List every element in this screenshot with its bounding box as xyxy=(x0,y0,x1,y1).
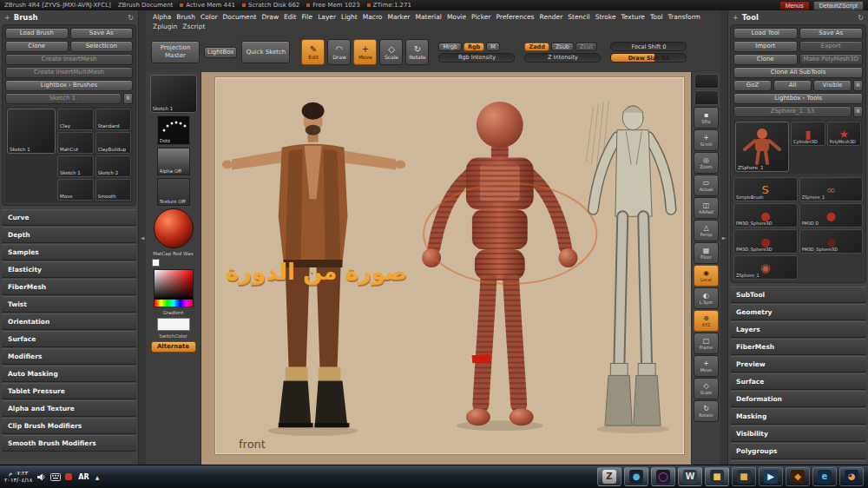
draw-size-slider[interactable]: Draw Size 64 xyxy=(610,53,687,63)
brush-section-header[interactable]: Surface xyxy=(2,331,136,347)
brush-section-header[interactable]: Depth xyxy=(2,227,136,243)
default-zscript-button[interactable]: DefaultZScript xyxy=(813,1,864,10)
tool-section-header[interactable]: Visibility xyxy=(730,425,866,442)
brush-section-header[interactable]: Smooth Brush Modifiers xyxy=(2,435,136,452)
media-player-icon[interactable]: ▶ xyxy=(759,467,783,486)
brush-thumbnail[interactable]: Standard xyxy=(95,109,132,130)
menu-item[interactable]: Stroke xyxy=(595,13,616,21)
import-button[interactable]: Import xyxy=(733,41,798,52)
menu-item[interactable]: Transform xyxy=(668,13,700,21)
menu-item[interactable]: Material xyxy=(415,13,441,21)
menu-item[interactable]: Draw xyxy=(261,13,279,21)
menu-item[interactable]: Brush xyxy=(176,13,195,21)
hue-strip[interactable] xyxy=(155,300,193,307)
zadd-button[interactable]: Zadd xyxy=(524,43,549,51)
export-button[interactable]: Export xyxy=(799,41,864,52)
draw-mode-button[interactable]: ◠ Draw xyxy=(327,39,351,65)
zbrush-taskbar-icon[interactable]: Z xyxy=(597,467,621,486)
menu-item[interactable]: Document xyxy=(223,13,257,21)
brush-section-header[interactable]: Tablet Pressure xyxy=(2,383,136,399)
projection-master-button[interactable]: Projection Master xyxy=(151,41,200,63)
alternate-button[interactable]: Alternate xyxy=(151,341,196,353)
tool-section-header[interactable]: Geometry xyxy=(730,304,866,320)
save-as-button[interactable]: Save As xyxy=(70,28,134,39)
orange-app-icon[interactable]: ◆ xyxy=(786,467,810,486)
edit-mode-button[interactable]: ✎ Edit xyxy=(301,39,325,65)
tool-thumbnail[interactable]: ● PM3D_Sphere3D xyxy=(733,229,798,254)
menu-item[interactable]: Render xyxy=(540,13,563,21)
load-brush-button[interactable]: Load Brush xyxy=(5,28,69,39)
goz-visible-button[interactable]: Visible xyxy=(813,80,852,91)
tool-thumbnail[interactable]: S SimpleBrush xyxy=(733,177,798,201)
rotate-button[interactable]: ↻ Rotate xyxy=(694,400,719,422)
scale-mode-button[interactable]: ◇ Scale xyxy=(379,39,403,65)
brush-section-header[interactable]: FiberMesh xyxy=(2,279,136,295)
brush-section-header[interactable]: Modifiers xyxy=(2,348,136,365)
brush-panel-header[interactable]: + Brush ↻ xyxy=(2,11,136,24)
goz-r-button[interactable]: R xyxy=(853,80,863,91)
stroke-selector[interactable]: Dotz xyxy=(157,115,190,145)
document-canvas[interactable]: صورة من الدورة front xyxy=(201,72,691,465)
clone-all-subtools-button[interactable]: Clone All SubTools xyxy=(733,67,863,78)
m-button[interactable]: M xyxy=(486,43,500,51)
move-button[interactable]: + Move xyxy=(694,355,719,377)
brush-thumbnail[interactable]: Move xyxy=(57,179,94,201)
focal-shift-slider[interactable]: Focal Shift 0 xyxy=(610,42,687,51)
clone-brush-button[interactable]: Clone xyxy=(5,41,69,52)
brush-section-header[interactable]: Alpha and Texture xyxy=(2,400,136,417)
tool-section-header[interactable]: SubTool xyxy=(730,287,866,303)
lightbox-button[interactable]: LightBox xyxy=(204,47,237,58)
current-color-swatch[interactable] xyxy=(152,259,160,267)
keyboard-icon[interactable] xyxy=(50,473,61,481)
tool-thumbnail[interactable]: ▮ Cylinder3D xyxy=(791,122,825,146)
save-as-button[interactable]: Save As xyxy=(799,28,864,39)
lightbox-tools-button[interactable]: Lightbox › Tools xyxy=(733,93,863,104)
menu-item[interactable]: Zscript xyxy=(182,23,205,30)
wordpress-app-icon[interactable]: W xyxy=(678,467,702,486)
brush-section-header[interactable]: Orientation xyxy=(2,313,136,330)
brush-thumbnail[interactable]: Sketch 2 xyxy=(95,155,132,177)
lightbox-brushes-button[interactable]: Lightbox › Brushes xyxy=(5,80,133,91)
current-brush-thumbnail[interactable]: Sketch 1 xyxy=(7,109,56,154)
load-tool-button[interactable]: Load Tool xyxy=(733,28,798,39)
frame-button[interactable]: □ Frame xyxy=(694,333,719,354)
documents-folder-icon[interactable]: ■ xyxy=(732,467,756,486)
tool-thumbnail[interactable]: ● PM3D_Sphere3D xyxy=(733,203,798,228)
active-brush-thumbnail[interactable]: Sketch 1 xyxy=(150,75,197,113)
tray-app-icon[interactable] xyxy=(65,473,72,480)
saturation-value-area[interactable] xyxy=(155,270,193,300)
menu-item[interactable]: Zplugin xyxy=(153,23,177,30)
brush-thumbnail[interactable]: Smooth xyxy=(95,179,132,201)
menu-item[interactable]: Layer xyxy=(318,13,336,21)
restore-panel-icon[interactable]: ↻ xyxy=(858,14,864,22)
current-brush-name[interactable]: Sketch 1. xyxy=(5,93,122,104)
menu-item[interactable]: Picker xyxy=(471,13,490,21)
brush-thumbnail[interactable]: Clay xyxy=(57,109,94,130)
brush-thumbnail[interactable]: ClayBuildup xyxy=(95,132,132,154)
tool-r-badge[interactable]: R xyxy=(853,106,863,117)
brush-thumbnail[interactable]: Sketch 1 xyxy=(57,155,94,177)
menu-item[interactable]: Movie xyxy=(447,13,466,21)
menu-item[interactable]: Tool xyxy=(650,13,663,21)
brush-section-header[interactable]: Auto Masking xyxy=(2,366,136,382)
brush-thumbnail[interactable]: MahCut xyxy=(57,132,94,154)
scale-button[interactable]: ◇ Scale xyxy=(694,378,719,399)
document-preview-thumb[interactable] xyxy=(694,74,719,89)
tool-section-header[interactable]: FiberMesh xyxy=(730,339,866,355)
tool-section-header[interactable]: Masking xyxy=(730,408,866,425)
right-tray-divider[interactable]: ► xyxy=(720,10,727,465)
menu-item[interactable]: Light xyxy=(341,13,358,21)
material-selector[interactable] xyxy=(154,208,194,248)
volume-icon[interactable] xyxy=(36,472,46,482)
move-mode-button[interactable]: + Move xyxy=(353,39,377,65)
language-indicator[interactable]: AR xyxy=(76,473,90,481)
tool-section-header[interactable]: Preview xyxy=(730,356,866,373)
brush-r-badge[interactable]: R xyxy=(123,93,133,104)
lsym-button[interactable]: ◐ L.Sym xyxy=(694,287,719,309)
create-insertmesh-button[interactable]: Create InsertMesh xyxy=(5,54,133,65)
menu-item[interactable]: Macro xyxy=(363,13,383,21)
floor-button[interactable]: ▦ Floor xyxy=(694,242,719,264)
scroll-button[interactable]: + Scroll xyxy=(694,129,719,151)
tool-section-header[interactable]: Surface xyxy=(730,373,866,390)
rgb-button[interactable]: Rgb xyxy=(464,43,484,51)
